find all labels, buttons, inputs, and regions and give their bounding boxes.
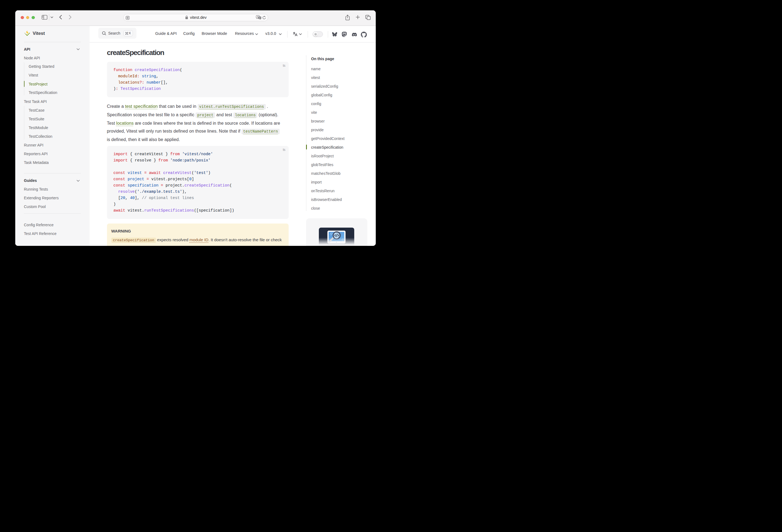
svg-text:A: A <box>257 15 259 18</box>
